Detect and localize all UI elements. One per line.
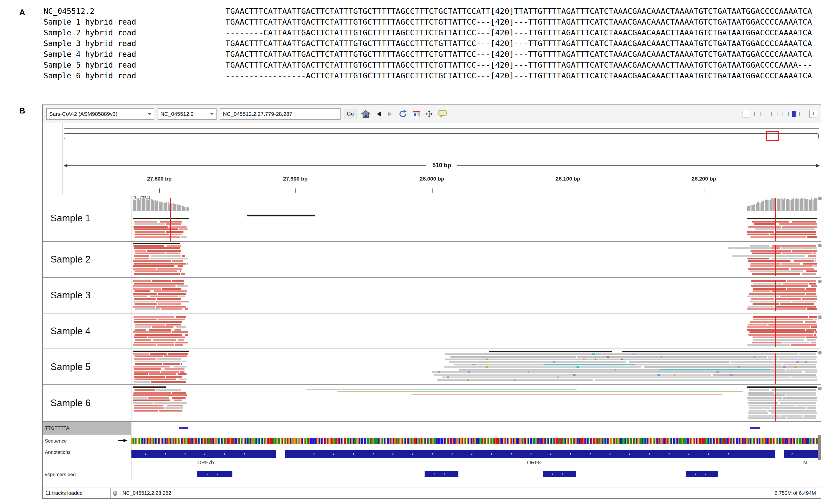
read[interactable]: [175, 344, 183, 346]
read[interactable]: [133, 397, 147, 399]
read[interactable]: [780, 303, 814, 305]
read[interactable]: [133, 316, 174, 318]
read[interactable]: [792, 301, 816, 302]
read[interactable]: [806, 288, 815, 290]
read[interactable]: [629, 361, 729, 363]
read[interactable]: [134, 373, 148, 375]
track-scroll-indicator[interactable]: [818, 351, 822, 354]
read[interactable]: [149, 329, 171, 330]
read[interactable]: [133, 399, 171, 401]
read[interactable]: [786, 369, 817, 371]
read[interactable]: [802, 273, 816, 275]
view-region-box[interactable]: [766, 131, 779, 141]
read[interactable]: [133, 394, 187, 396]
track-label[interactable]: Sample 3: [43, 277, 131, 313]
read[interactable]: [133, 260, 171, 262]
track-data[interactable]: [131, 385, 818, 421]
read[interactable]: [775, 306, 816, 308]
read[interactable]: [165, 407, 183, 409]
read[interactable]: [179, 378, 187, 380]
read[interactable]: [792, 221, 816, 222]
read[interactable]: [157, 268, 182, 270]
read[interactable]: [771, 412, 816, 414]
read[interactable]: [806, 293, 816, 295]
read[interactable]: [748, 258, 769, 260]
read[interactable]: [804, 415, 816, 417]
read[interactable]: [713, 374, 816, 376]
read[interactable]: [135, 339, 151, 341]
read[interactable]: [814, 334, 816, 336]
read[interactable]: [134, 358, 156, 360]
read[interactable]: [176, 316, 186, 318]
read[interactable]: [783, 283, 808, 285]
read[interactable]: [769, 324, 816, 325]
read[interactable]: [434, 374, 711, 376]
read[interactable]: [811, 326, 817, 328]
read[interactable]: [794, 260, 814, 262]
read[interactable]: [808, 255, 816, 257]
genome-select[interactable]: Sars-CoV-2 (ASM985889v3): [46, 108, 154, 120]
motif-hit[interactable]: [179, 427, 188, 429]
read[interactable]: [166, 223, 181, 225]
read[interactable]: [749, 405, 795, 406]
read[interactable]: [748, 260, 790, 262]
read[interactable]: [752, 342, 782, 343]
read[interactable]: [752, 253, 781, 254]
ruler-panel[interactable]: 510 bp27.800 bp27.900 bp28.000 bp28.100 …: [63, 123, 821, 195]
track-data[interactable]: [131, 314, 818, 349]
read[interactable]: [134, 342, 174, 343]
read[interactable]: [172, 397, 185, 399]
read[interactable]: [150, 353, 166, 355]
read[interactable]: [135, 326, 151, 328]
read[interactable]: [780, 295, 817, 297]
home-icon[interactable]: [360, 110, 371, 118]
read[interactable]: [157, 358, 181, 360]
read[interactable]: [771, 407, 806, 409]
read[interactable]: [779, 359, 816, 360]
read[interactable]: [134, 319, 157, 320]
primer-pair[interactable]: ‹ ‹: [543, 471, 576, 477]
read[interactable]: [177, 285, 188, 287]
read[interactable]: [134, 355, 163, 357]
read[interactable]: [748, 226, 781, 228]
zoom-tick[interactable]: [765, 112, 766, 116]
read[interactable]: [172, 331, 188, 333]
read[interactable]: [749, 407, 771, 409]
read[interactable]: [168, 226, 186, 228]
read[interactable]: [182, 255, 185, 257]
read[interactable]: [747, 397, 782, 399]
read[interactable]: [178, 265, 183, 267]
read[interactable]: [445, 353, 798, 355]
chromosome-select[interactable]: NC_045512.2: [158, 108, 216, 120]
read[interactable]: [187, 263, 188, 265]
read[interactable]: [748, 268, 789, 270]
read[interactable]: [754, 223, 776, 225]
read[interactable]: [134, 283, 184, 285]
read[interactable]: [750, 245, 769, 247]
read[interactable]: [772, 290, 816, 292]
read[interactable]: [161, 371, 179, 373]
read[interactable]: [748, 412, 768, 414]
read[interactable]: [134, 250, 146, 252]
locus-input[interactable]: NC_045512.2:27,779-28,287: [220, 108, 341, 120]
read[interactable]: [750, 301, 791, 302]
read[interactable]: [178, 373, 186, 375]
read[interactable]: [134, 273, 180, 275]
read[interactable]: [185, 334, 188, 336]
zoom-slider[interactable]: [752, 111, 808, 117]
read[interactable]: [747, 326, 809, 328]
read[interactable]: [133, 301, 155, 302]
read[interactable]: [806, 270, 816, 272]
go-button[interactable]: Go: [344, 109, 357, 119]
track-data[interactable]: [131, 277, 818, 313]
read[interactable]: [134, 303, 157, 305]
read[interactable]: [178, 339, 184, 341]
read[interactable]: [783, 364, 816, 366]
read[interactable]: [776, 298, 801, 300]
read[interactable]: [787, 280, 816, 282]
zoom-thumb[interactable]: [792, 111, 796, 117]
read[interactable]: [749, 334, 813, 336]
read[interactable]: [154, 290, 187, 292]
zoom-tick[interactable]: [783, 112, 783, 116]
read[interactable]: [164, 368, 184, 370]
